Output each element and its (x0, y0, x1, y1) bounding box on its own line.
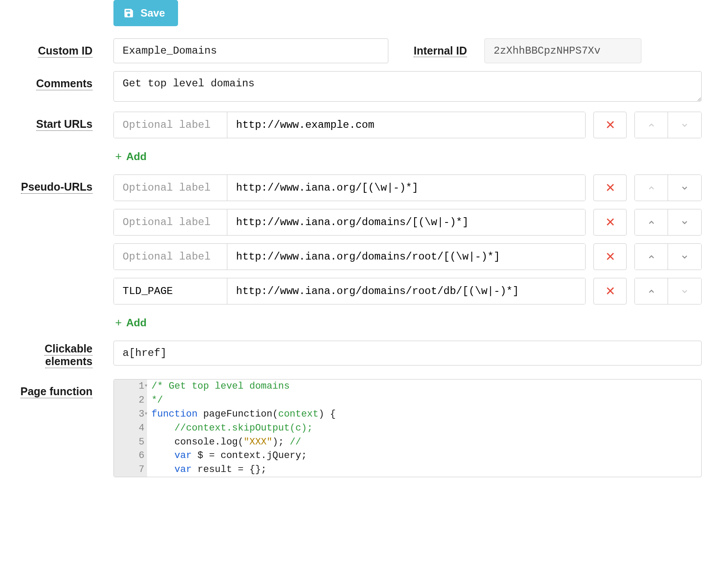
pseudo-url-value-input[interactable] (227, 209, 585, 235)
pseudo-url-label-input[interactable] (114, 175, 227, 201)
remove-button[interactable]: ✕ (593, 243, 627, 270)
gutter-line: 7 (114, 463, 147, 477)
remove-button[interactable]: ✕ (593, 278, 627, 304)
custom-id-label: Custom ID (4, 38, 113, 57)
fold-icon: ▾ (144, 409, 148, 418)
move-up-button[interactable] (635, 244, 668, 270)
pseudo-url-label-input[interactable] (114, 209, 227, 235)
internal-id-value: 2zXhhBBCpzNHPS7Xv (484, 38, 641, 63)
save-button-label: Save (141, 7, 165, 19)
clickable-elements-label: Clickable elements (4, 341, 113, 368)
close-icon: ✕ (605, 215, 615, 229)
comments-label: Comments (4, 71, 113, 90)
gutter-line: 6 (114, 449, 147, 463)
move-up-button[interactable] (635, 278, 668, 304)
move-up-button[interactable] (635, 209, 668, 235)
plus-icon: + (115, 150, 122, 163)
remove-button[interactable]: ✕ (593, 209, 627, 236)
close-icon: ✕ (605, 118, 615, 132)
add-button-label: Add (126, 317, 147, 329)
fold-icon: ▾ (144, 381, 148, 390)
chevron-down-icon (680, 121, 689, 130)
page-function-editor[interactable]: 1▾/* Get top level domains 2*/ 3▾functio… (113, 379, 702, 477)
pseudo-url-value-input[interactable] (227, 175, 585, 201)
gutter-line: 4 (114, 421, 147, 435)
pseudo-url-row: ✕ (113, 209, 702, 236)
start-url-value-input[interactable] (227, 112, 585, 138)
save-icon (123, 7, 134, 19)
internal-id-label: Internal ID (414, 44, 467, 57)
page-function-label: Page function (4, 379, 113, 398)
close-icon: ✕ (605, 250, 615, 264)
remove-button[interactable]: ✕ (593, 112, 627, 138)
move-up-button (635, 112, 668, 138)
move-down-button[interactable] (668, 209, 701, 235)
gutter-line: 2 (114, 393, 147, 407)
comments-input[interactable] (113, 71, 702, 102)
move-down-button (668, 112, 701, 138)
move-down-button (668, 278, 701, 304)
pseudo-url-value-input[interactable] (227, 244, 585, 270)
move-up-button (635, 175, 668, 201)
chevron-down-icon (680, 253, 689, 261)
move-down-button[interactable] (668, 244, 701, 270)
move-down-button[interactable] (668, 175, 701, 201)
add-button-label: Add (126, 150, 147, 163)
chevron-up-icon (647, 253, 656, 261)
start-urls-label: Start URLs (4, 112, 113, 130)
chevron-down-icon (680, 184, 689, 192)
add-start-url-button[interactable]: + Add (113, 146, 148, 167)
chevron-up-icon (647, 218, 656, 227)
chevron-down-icon (680, 287, 689, 296)
close-icon: ✕ (605, 284, 615, 298)
close-icon: ✕ (605, 181, 615, 195)
start-url-row: ✕ (113, 112, 702, 138)
gutter-line: 3▾ (114, 407, 147, 421)
pseudo-url-row: ✕ (113, 243, 702, 270)
gutter-line: 5 (114, 435, 147, 449)
chevron-up-icon (647, 287, 656, 296)
pseudo-urls-label: Pseudo-URLs (4, 174, 113, 193)
gutter-line: 1▾ (114, 379, 147, 393)
start-url-label-input[interactable] (114, 112, 227, 138)
pseudo-url-label-input[interactable] (114, 244, 227, 270)
pseudo-url-value-input[interactable] (227, 278, 585, 304)
chevron-up-icon (647, 184, 656, 192)
chevron-up-icon (647, 121, 656, 130)
custom-id-input[interactable] (113, 38, 388, 63)
plus-icon: + (115, 316, 122, 329)
pseudo-url-row: ✕ (113, 278, 702, 304)
clickable-elements-input[interactable] (113, 341, 702, 366)
add-pseudo-url-button[interactable]: + Add (113, 312, 148, 333)
pseudo-url-row: ✕ (113, 174, 702, 201)
pseudo-url-label-input[interactable] (114, 278, 227, 304)
remove-button[interactable]: ✕ (593, 174, 627, 201)
save-button[interactable]: Save (113, 0, 178, 26)
chevron-down-icon (680, 218, 689, 227)
